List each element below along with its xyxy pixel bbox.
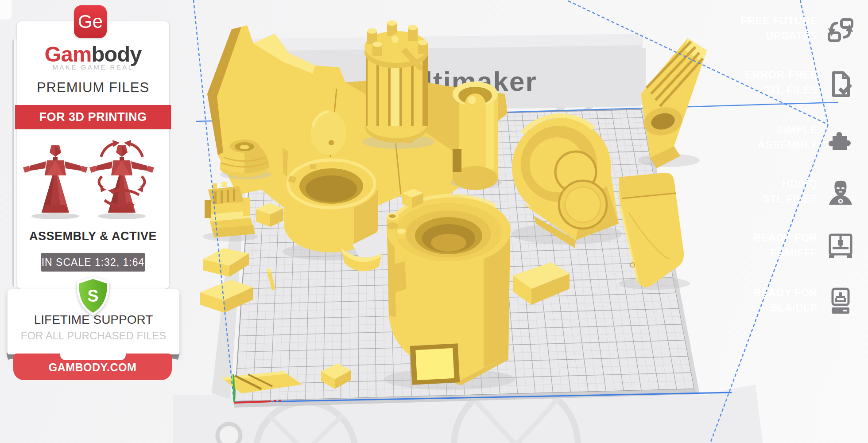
static-figure <box>23 145 88 219</box>
document-check-icon <box>826 70 855 98</box>
gambody-promo-panel[interactable]: Ge Gambody MAKE GAME REAL PREMIUM FILES … <box>0 0 186 399</box>
articulated-figure <box>89 140 154 219</box>
brand-wordmark: Gambody <box>17 42 169 66</box>
banner-notch <box>60 354 126 360</box>
feature-label: HD/HQSTL FILES <box>717 176 818 206</box>
sla-printer-icon <box>826 287 855 315</box>
promo-caption: ASSEMBLY & ACTIVE <box>17 229 169 243</box>
logo-letters: Ge <box>78 11 103 32</box>
gambody-logo-icon: Ge <box>74 5 107 38</box>
cura-viewport-screenshot: Ultimaker <box>0 0 868 443</box>
promo-headline: PREMIUM FILES <box>17 80 169 96</box>
brand-second: body <box>91 42 141 66</box>
support-shield-icon: S <box>74 276 112 316</box>
fdm-printer-icon <box>826 232 855 260</box>
corner-card <box>0 0 12 19</box>
brand-first: Gam <box>45 42 92 66</box>
support-subtitle: FOR ALL PURCHASED FILES <box>8 330 179 342</box>
puzzle-icon <box>826 124 855 153</box>
promo-ribbon: FOR 3D PRINTING <box>15 105 171 129</box>
brand-tagline: MAKE GAME REAL <box>17 63 169 71</box>
feature-label: ERROR-FREESTL FILES <box>717 67 818 97</box>
helmet-icon <box>826 179 855 207</box>
feature-label: SIMPLEASSEMBLY <box>717 122 818 152</box>
feature-label: READY FORSLA/DLP <box>717 285 818 315</box>
scale-badge: IN SCALE 1:32, 1:64 <box>41 253 145 272</box>
feature-label: READY FORFDM/FFF <box>717 230 818 260</box>
shield-letter: S <box>87 287 98 305</box>
sync-icon <box>826 16 855 44</box>
feature-label: FREE FUTUREUPDATES <box>717 13 818 43</box>
assembly-figures-illustration <box>22 138 159 220</box>
